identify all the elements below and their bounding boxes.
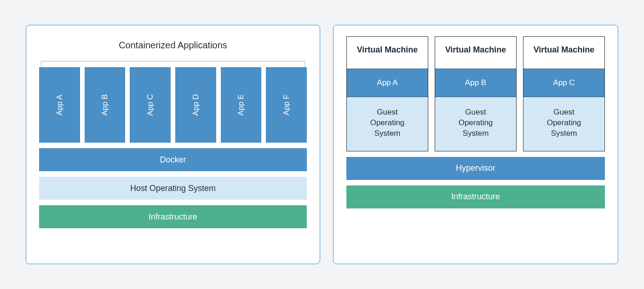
container-app: App D xyxy=(175,67,216,143)
container-app: App F xyxy=(266,67,307,143)
container-app-bracket xyxy=(41,61,305,67)
vm-diagram-panel: Virtual Machine App A GuestOperatingSyst… xyxy=(333,25,618,264)
hypervisor-layer: Hypervisor xyxy=(346,157,605,180)
vm-box: Virtual Machine App C GuestOperatingSyst… xyxy=(523,36,605,151)
vm-app-layer: App A xyxy=(347,69,428,97)
vm-guest-layer: GuestOperatingSystem xyxy=(523,97,604,151)
vm-title: Virtual Machine xyxy=(523,37,604,69)
container-app: App E xyxy=(221,67,262,143)
vm-guest-layer: GuestOperatingSystem xyxy=(435,97,516,151)
container-app: App B xyxy=(85,67,126,143)
container-title: Containerized Applications xyxy=(39,40,307,51)
vm-app-layer: App B xyxy=(435,69,516,97)
vm-guest-layer: GuestOperatingSystem xyxy=(347,97,428,151)
host-os-layer: Host Operating System xyxy=(39,177,307,200)
infrastructure-layer: Infrastructure xyxy=(346,185,605,208)
vm-title: Virtual Machine xyxy=(347,37,428,69)
infrastructure-layer: Infrastructure xyxy=(39,205,307,228)
vm-box: Virtual Machine App A GuestOperatingSyst… xyxy=(346,36,428,151)
container-app: App A xyxy=(39,67,80,143)
vm-box: Virtual Machine App B GuestOperatingSyst… xyxy=(435,36,517,151)
vm-title: Virtual Machine xyxy=(435,37,516,69)
vm-app-layer: App C xyxy=(523,69,604,97)
vm-row: Virtual Machine App A GuestOperatingSyst… xyxy=(346,36,605,151)
container-app: App C xyxy=(130,67,171,143)
docker-layer: Docker xyxy=(39,148,307,171)
container-diagram-panel: Containerized Applications App A App B A… xyxy=(26,25,320,264)
container-apps-row: App A App B App C App D App E App F xyxy=(39,67,307,143)
